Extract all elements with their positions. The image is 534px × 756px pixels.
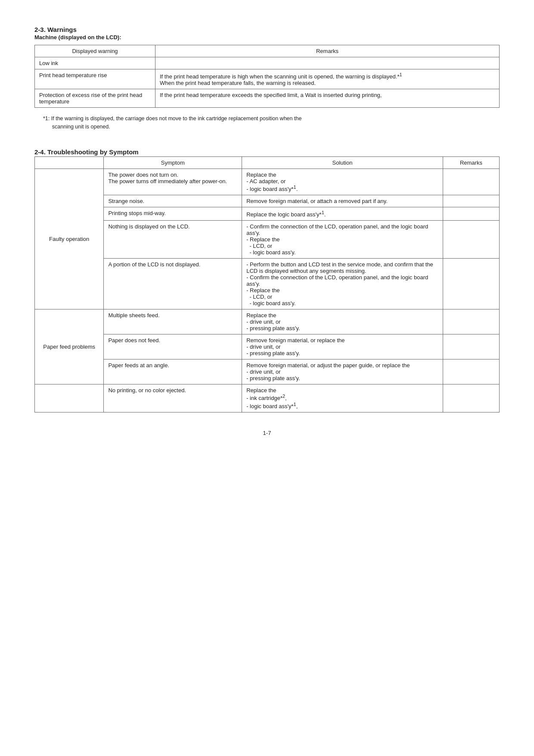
ts-remarks-p1 (443, 309, 499, 334)
ts-remarks-f3 (443, 207, 499, 221)
ts-symptom-f2: Strange noise. (104, 195, 242, 207)
warnings-warning-2: Print head temperature rise (35, 69, 155, 89)
ts-header-symptom: Symptom (104, 156, 242, 169)
warnings-row-3: Protection of excess rise of the print h… (35, 89, 500, 108)
ts-row-faulty-3: Printing stops mid-way. Replace the logi… (35, 207, 500, 221)
ts-row-paper-1: Paper feed problems Multiple sheets feed… (35, 309, 500, 334)
section-23-title: 2-3. Warnings (34, 26, 500, 33)
ts-symptom-f3: Printing stops mid-way. (104, 207, 242, 221)
ts-symptom-f5: A portion of the LCD is not displayed. (104, 259, 242, 309)
ts-symptom-f1: The power does not turn on.The power tur… (104, 169, 242, 195)
ts-row-faulty-5: A portion of the LCD is not displayed. -… (35, 259, 500, 309)
warnings-header-col1: Displayed warning (35, 45, 155, 57)
warnings-warning-1: Low ink (35, 57, 155, 69)
ts-symptom-p3: Paper feeds at an angle. (104, 359, 242, 384)
ts-solution-f1: Replace the - AC adapter, or - logic boa… (242, 169, 443, 195)
ts-category-faulty: Faulty operation (35, 169, 104, 309)
ts-solution-pr1: Replace the - ink cartridge*2, - logic b… (242, 384, 443, 412)
section-23: 2-3. Warnings Machine (displayed on the … (34, 26, 500, 131)
warnings-remarks-1 (155, 57, 500, 69)
ts-row-faulty-4: Nothing is displayed on the LCD. - Confi… (35, 221, 500, 259)
ts-remarks-p2 (443, 334, 499, 359)
section-23-subtitle: Machine (displayed on the LCD): (34, 34, 500, 41)
section-24-title: 2-4. Troubleshooting by Symptom (34, 148, 500, 156)
warnings-remarks-2: If the print head temperature is high wh… (155, 69, 500, 89)
ts-solution-f4: - Confirm the connection of the LCD, ope… (242, 221, 443, 259)
ts-symptom-p1: Multiple sheets feed. (104, 309, 242, 334)
ts-solution-p2: Remove foreign material, or replace the … (242, 334, 443, 359)
ts-remarks-f4 (443, 221, 499, 259)
ts-row-paper-2: Paper does not feed. Remove foreign mate… (35, 334, 500, 359)
ts-row-paper-3: Paper feeds at an angle. Remove foreign … (35, 359, 500, 384)
ts-solution-p3: Remove foreign material, or adjust the p… (242, 359, 443, 384)
section-24: 2-4. Troubleshooting by Symptom Symptom … (34, 148, 500, 412)
warnings-header-col2: Remarks (155, 45, 500, 57)
ts-header-category (35, 156, 104, 169)
ts-header-remarks: Remarks (443, 156, 499, 169)
ts-symptom-p2: Paper does not feed. (104, 334, 242, 359)
warnings-table: Displayed warning Remarks Low ink Print … (34, 45, 500, 108)
warnings-footnote: *1: If the warning is displayed, the car… (43, 115, 500, 131)
warnings-warning-3: Protection of excess rise of the print h… (35, 89, 155, 108)
ts-category-print (35, 384, 104, 412)
page-number: 1-7 (34, 430, 500, 436)
warnings-remarks-3: If the print head temperature exceeds th… (155, 89, 500, 108)
ts-remarks-f2 (443, 195, 499, 207)
ts-remarks-p3 (443, 359, 499, 384)
ts-symptom-f4: Nothing is displayed on the LCD. (104, 221, 242, 259)
warnings-row-2: Print head temperature rise If the print… (35, 69, 500, 89)
ts-header-solution: Solution (242, 156, 443, 169)
ts-row-faulty-1: Faulty operation The power does not turn… (35, 169, 500, 195)
ts-remarks-f1 (443, 169, 499, 195)
ts-solution-f5: - Perform the button and LCD test in the… (242, 259, 443, 309)
troubleshooting-table: Symptom Solution Remarks Faulty operatio… (34, 156, 500, 412)
ts-row-faulty-2: Strange noise. Remove foreign material, … (35, 195, 500, 207)
warnings-row-1: Low ink (35, 57, 500, 69)
ts-remarks-f5 (443, 259, 499, 309)
ts-remarks-pr1 (443, 384, 499, 412)
ts-solution-f2: Remove foreign material, or attach a rem… (242, 195, 443, 207)
ts-row-print-1: No printing, or no color ejected. Replac… (35, 384, 500, 412)
ts-solution-p1: Replace the - drive unit, or - pressing … (242, 309, 443, 334)
ts-solution-f3: Replace the logic board ass'y*1. (242, 207, 443, 221)
ts-symptom-pr1: No printing, or no color ejected. (104, 384, 242, 412)
ts-category-paper: Paper feed problems (35, 309, 104, 384)
